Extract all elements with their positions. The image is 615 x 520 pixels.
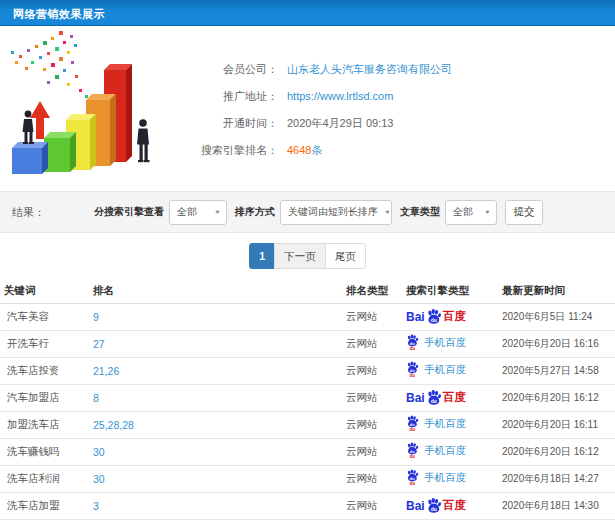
pagination: 1 下一页 尾页 xyxy=(0,233,615,279)
svg-text:du: du xyxy=(410,368,415,373)
info-value-link[interactable]: https://www.lrtlsd.com xyxy=(287,90,393,102)
bar-growth-graphic xyxy=(0,26,190,191)
engine-cell: Baidu百度 xyxy=(402,303,498,330)
info-row: 推广地址：https://www.lrtlsd.com xyxy=(190,83,615,110)
info-label: 推广地址： xyxy=(190,83,278,110)
filter-group: 分搜索引擎查看 全部 ▼ 排序方式 关键词由短到长排序 ▼ 文章类型 全部 ▼ xyxy=(86,200,497,225)
svg-text:du: du xyxy=(410,373,416,378)
rank-type-cell: 云网站 xyxy=(342,330,402,357)
select-value: 全部 xyxy=(453,205,473,219)
pagination-next-button[interactable]: 下一页 xyxy=(274,243,326,269)
rank-cell: 30 xyxy=(89,465,342,492)
keyword-cell: 开洗车行 xyxy=(0,330,89,357)
info-label: 会员公司： xyxy=(190,56,278,83)
updated-cell: 2020年6月20日 16:16 xyxy=(498,330,615,357)
rank-cell: 27 xyxy=(89,330,342,357)
rank-type-cell: 云网站 xyxy=(342,357,402,384)
info-value: 2020年4月29日 09:13 xyxy=(287,117,393,129)
table-row: 洗车店利润 30 云网站 dudu手机百度 2020年6月18日 14:27 xyxy=(0,465,615,492)
baidu-logo: Baidu百度 xyxy=(406,390,466,405)
engine-filter-select[interactable]: 全部 ▼ xyxy=(169,200,227,225)
svg-text:du: du xyxy=(430,506,436,512)
table-row: 洗车店加盟 3 云网站 Baidu百度 2020年6月18日 14:30 xyxy=(0,492,615,519)
column-header: 关键词 xyxy=(0,279,89,303)
baidu-paw-icon: dudu xyxy=(406,415,419,432)
rank-type-cell: 云网站 xyxy=(342,411,402,438)
baidu-paw-icon: dudu xyxy=(406,334,419,351)
table-row: 汽车加盟店 8 云网站 Baidu百度 2020年6月20日 16:12 xyxy=(0,384,615,411)
growth-chart-illustration xyxy=(0,26,190,191)
chevron-down-icon: ▼ xyxy=(208,209,221,215)
svg-text:du: du xyxy=(410,346,416,351)
table-header-row: 关键词排名排名类型搜索引擎类型最新更新时间 xyxy=(0,279,615,303)
mobile-baidu-logo: dudu手机百度 xyxy=(406,442,466,459)
updated-cell: 2020年6月20日 16:11 xyxy=(498,411,615,438)
info-row: 开通时间：2020年4月29日 09:13 xyxy=(190,110,615,137)
baidu-paw-icon: dudu xyxy=(406,469,419,486)
rank-type-cell: 云网站 xyxy=(342,465,402,492)
engine-cell: Baidu百度 xyxy=(402,384,498,411)
updated-cell: 2020年6月20日 16:12 xyxy=(498,438,615,465)
pagination-last-button[interactable]: 尾页 xyxy=(325,243,366,269)
baidu-paw-icon: dudu xyxy=(406,361,419,378)
rank-type-cell: 云网站 xyxy=(342,384,402,411)
rank-type-cell: 云网站 xyxy=(342,438,402,465)
results-table: 关键词排名排名类型搜索引擎类型最新更新时间 汽车美容 9 云网站 Baidu百度… xyxy=(0,279,615,520)
bar-blue xyxy=(12,142,48,174)
rank-type-cell: 云网站 xyxy=(342,303,402,330)
keyword-cell: 汽车美容 xyxy=(0,303,89,330)
submit-button[interactable]: 提交 xyxy=(505,200,543,225)
engine-cell: dudu手机百度 xyxy=(402,357,498,384)
rank-type-cell: 云网站 xyxy=(342,492,402,519)
sort-order-select[interactable]: 关键词由短到长排序 ▼ xyxy=(280,200,392,225)
account-info-list: 会员公司：山东老人头汽车服务咨询有限公司 推广地址：https://www.lr… xyxy=(190,26,615,191)
column-header: 排名 xyxy=(89,279,342,303)
info-label: 搜索引擎排名： xyxy=(190,137,278,164)
info-value-link[interactable]: 山东老人头汽车服务咨询有限公司 xyxy=(287,63,452,75)
mobile-baidu-logo: dudu手机百度 xyxy=(406,334,466,351)
svg-text:du: du xyxy=(410,454,416,459)
article-type-select[interactable]: 全部 ▼ xyxy=(445,200,497,225)
filter-label: 排序方式 xyxy=(235,205,275,219)
rank-cell: 9 xyxy=(89,303,342,330)
svg-text:du: du xyxy=(430,317,436,323)
table-row: 开洗车行 27 云网站 dudu手机百度 2020年6月20日 16:16 xyxy=(0,330,615,357)
keyword-cell: 洗车店投资 xyxy=(0,357,89,384)
chevron-down-icon: ▼ xyxy=(478,209,491,215)
table-row: 加盟洗车店 25,28,28 云网站 dudu手机百度 2020年6月20日 1… xyxy=(0,411,615,438)
info-value: 4648 xyxy=(287,144,311,156)
svg-text:du: du xyxy=(410,341,415,346)
pagination-current-page[interactable]: 1 xyxy=(249,243,275,269)
updated-cell: 2020年6月5日 11:24 xyxy=(498,303,615,330)
column-header: 搜索引擎类型 xyxy=(402,279,498,303)
mobile-baidu-logo: dudu手机百度 xyxy=(406,361,466,378)
info-label: 开通时间： xyxy=(190,110,278,137)
engine-cell: dudu手机百度 xyxy=(402,438,498,465)
baidu-logo: Baidu百度 xyxy=(406,309,466,324)
baidu-paw-icon: dudu xyxy=(406,442,419,459)
baidu-logo: Baidu百度 xyxy=(406,498,466,513)
keyword-cell: 加盟洗车店 xyxy=(0,411,89,438)
rank-cell: 21,26 xyxy=(89,357,342,384)
select-value: 关键词由短到长排序 xyxy=(288,205,378,219)
rank-cell: 25,28,28 xyxy=(89,411,342,438)
info-row: 会员公司：山东老人头汽车服务咨询有限公司 xyxy=(190,56,615,83)
mobile-baidu-logo: dudu手机百度 xyxy=(406,415,466,432)
svg-text:du: du xyxy=(410,449,415,454)
filter-bar: 结果： 分搜索引擎查看 全部 ▼ 排序方式 关键词由短到长排序 ▼ 文章类型 全… xyxy=(0,191,615,233)
rank-cell: 3 xyxy=(89,492,342,519)
rank-cell: 8 xyxy=(89,384,342,411)
column-header: 排名类型 xyxy=(342,279,402,303)
page-title: 网络营销效果展示 xyxy=(13,8,105,20)
updated-cell: 2020年6月18日 14:27 xyxy=(498,465,615,492)
chevron-down-icon: ▼ xyxy=(378,209,391,215)
svg-text:du: du xyxy=(410,422,415,427)
svg-text:du: du xyxy=(410,476,415,481)
updated-cell: 2020年5月27日 14:58 xyxy=(498,357,615,384)
confetti-dots xyxy=(11,31,100,110)
table-row: 洗车店投资 21,26 云网站 dudu手机百度 2020年5月27日 14:5… xyxy=(0,357,615,384)
mobile-baidu-logo: dudu手机百度 xyxy=(406,469,466,486)
select-value: 全部 xyxy=(177,205,197,219)
info-row: 搜索引擎排名：4648条 xyxy=(190,137,615,164)
keyword-cell: 洗车店利润 xyxy=(0,465,89,492)
